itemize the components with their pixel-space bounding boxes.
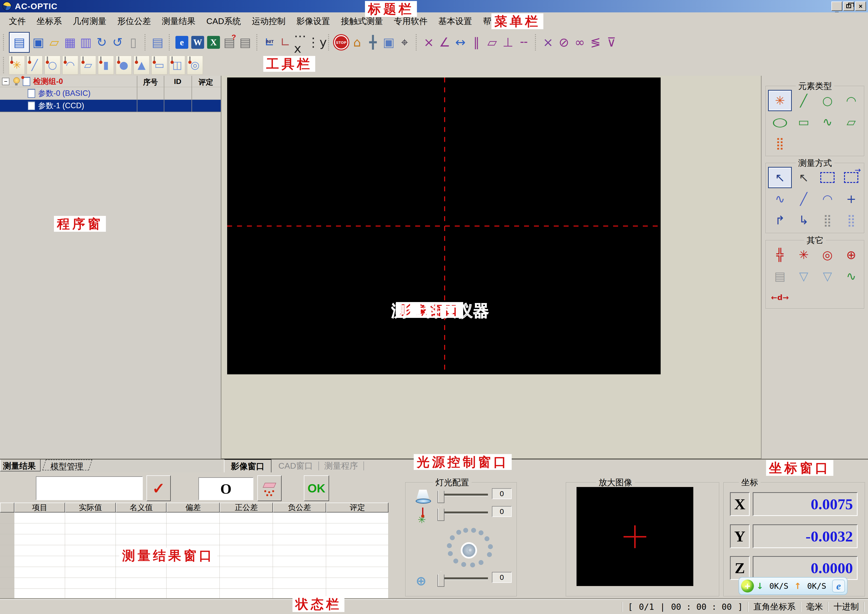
goto-y-axis-icon[interactable]: ⋮y xyxy=(310,33,324,52)
surface-light-slider[interactable] xyxy=(437,488,444,503)
menu-item-5[interactable]: CAD系统 xyxy=(201,14,246,28)
page-setup-icon[interactable]: ▯ xyxy=(126,33,141,52)
probe-rectangle-icon[interactable]: ▭ xyxy=(152,56,167,75)
measure-box-icon[interactable] xyxy=(815,167,839,188)
elem-plane-icon[interactable]: ▱ xyxy=(839,111,863,132)
perpendicular-icon[interactable]: ⊥ xyxy=(501,33,515,52)
probe-point-icon[interactable]: ✳ xyxy=(9,56,25,75)
measure-edge-fall-icon[interactable]: ↳ xyxy=(792,210,815,231)
network-speed-widget[interactable]: + ↓ 0K/S ↑ 0K/S e xyxy=(739,577,848,595)
print-preview-icon[interactable]: ▤? xyxy=(222,33,237,52)
probe-arc-icon[interactable]: ◠ xyxy=(62,56,78,75)
parallel-icon[interactable]: ∥ xyxy=(469,33,484,52)
status-unit[interactable]: 毫米 xyxy=(806,601,823,612)
report-computer-icon[interactable]: ▣ xyxy=(381,33,396,52)
status-coordinate-system[interactable]: 直角坐标系 xyxy=(753,601,795,612)
menu-item-3[interactable]: 形位公差 xyxy=(112,14,157,28)
redo-loop-icon[interactable]: ↻ xyxy=(95,33,109,52)
contour-scan-icon[interactable]: ∿ xyxy=(839,266,863,287)
line-circle-intersect-icon[interactable]: ⊘ xyxy=(557,33,571,52)
probe-plane-icon[interactable]: ▱ xyxy=(80,56,96,75)
elem-line-icon[interactable]: ╱ xyxy=(792,90,815,111)
elem-rectangle-icon[interactable]: ▭ xyxy=(792,111,815,132)
probe-ring-icon[interactable]: ◎ xyxy=(187,56,203,75)
menu-item-6[interactable]: 运动控制 xyxy=(246,14,291,28)
menu-item-7[interactable]: 影像设置 xyxy=(291,14,336,28)
home-axes-icon[interactable]: ∟ xyxy=(278,33,293,52)
init-axes-icon[interactable]: ∟INIT xyxy=(262,33,277,52)
cross-lines-icon[interactable]: × xyxy=(541,33,555,52)
table-row[interactable] xyxy=(0,513,389,523)
ring-light-slider[interactable] xyxy=(437,571,444,587)
tree-item-label[interactable]: 参数-0 (BASIC) xyxy=(38,88,91,98)
table-row[interactable] xyxy=(0,534,389,545)
status-numeral-system[interactable]: 十进制 xyxy=(834,601,859,612)
probe-cylinder-icon[interactable]: ▮ xyxy=(98,56,114,75)
depth-dimension-icon[interactable]: ←d→ xyxy=(768,287,792,308)
menu-item-4[interactable]: 测量结果 xyxy=(157,14,201,28)
focus-line-icon[interactable]: ▽ xyxy=(815,266,839,287)
table-row[interactable] xyxy=(0,523,389,534)
menu-item-0[interactable]: 文件 xyxy=(3,14,31,28)
elem-curve-icon[interactable]: ∿ xyxy=(815,111,839,132)
result-name-input[interactable] xyxy=(36,476,143,500)
table-row[interactable] xyxy=(0,578,389,589)
browser-icon[interactable]: e xyxy=(832,580,845,592)
measure-edge-rise-icon[interactable]: ↱ xyxy=(768,210,792,231)
measure-point-cursor-icon[interactable]: ↖ xyxy=(792,167,815,188)
security-plus-icon[interactable]: + xyxy=(741,580,754,592)
tree-item-label[interactable]: 参数-1 (CCD) xyxy=(38,101,84,111)
measure-cross-point-icon[interactable]: + xyxy=(839,188,863,210)
tab-model-manage[interactable]: 模型管理 xyxy=(42,460,92,470)
point-plane-distance-icon[interactable]: ⊽ xyxy=(604,33,618,52)
elem-circle-icon[interactable]: ○ xyxy=(815,90,839,111)
measure-auto-cursor-icon[interactable]: ↖ xyxy=(768,167,792,188)
grid-cross-icon[interactable]: ╬ xyxy=(768,244,792,266)
print-icon[interactable]: ▤ xyxy=(238,33,253,52)
tree-row-item[interactable]: 参数-0 (BASIC) xyxy=(0,87,221,99)
clear-button[interactable] xyxy=(257,476,282,501)
point-line-distance-icon[interactable]: ╌ xyxy=(517,33,531,52)
probe-sphere-icon[interactable]: ● xyxy=(116,56,132,75)
slider-track[interactable] xyxy=(444,577,488,580)
camera-image[interactable] xyxy=(227,78,661,375)
elem-arc-icon[interactable]: ◠ xyxy=(839,90,863,111)
confirm-button[interactable]: ✓ xyxy=(146,476,171,501)
probe-circle-icon[interactable]: ○ xyxy=(45,56,60,75)
goto-x-axis-icon[interactable]: ⋯x xyxy=(294,33,308,52)
tab-measure-result[interactable]: 测量结果 xyxy=(0,460,40,471)
probe-slot-icon[interactable]: ◫ xyxy=(169,56,185,75)
measure-line-fit-icon[interactable]: ╱ xyxy=(792,188,815,210)
symmetry-plane-icon[interactable]: ▱ xyxy=(485,33,499,52)
slider-track[interactable] xyxy=(444,511,488,514)
probe-tool-icon[interactable]: ⌖ xyxy=(397,33,412,52)
save-icon[interactable]: ▦ xyxy=(63,33,77,52)
table-header-正公差[interactable]: 正公差 xyxy=(220,503,273,513)
excel-export-icon[interactable]: X xyxy=(206,33,221,52)
slider-track[interactable] xyxy=(444,494,488,496)
probe-line-icon[interactable]: ╱ xyxy=(27,56,43,75)
elem-point-grid-icon[interactable]: ⣿ xyxy=(768,132,792,154)
laser-slider[interactable] xyxy=(437,505,444,521)
measure-cluster-blue-icon[interactable]: ⣿ xyxy=(839,210,863,231)
open-program-icon[interactable]: ▤ xyxy=(9,32,30,53)
measure-arc-fit-icon[interactable]: ◠ xyxy=(815,188,839,210)
star-cross-icon[interactable]: ✳ xyxy=(792,244,815,266)
table-header-名义值[interactable]: 名义值 xyxy=(116,503,166,513)
ok-button[interactable]: OK xyxy=(304,476,329,501)
table-header-评定[interactable]: 评定 xyxy=(326,503,389,513)
tree-group-label[interactable]: 检测组-0 xyxy=(33,76,63,87)
word-export-icon[interactable]: W xyxy=(191,33,205,52)
restore-button[interactable] xyxy=(843,2,854,11)
table-header-项目[interactable]: 项目 xyxy=(14,503,65,513)
menu-item-10[interactable]: 基本设置 xyxy=(433,14,477,28)
tab-measure-program[interactable]: 测量程序 xyxy=(319,459,363,473)
circle-circle-intersect-icon[interactable]: ∞ xyxy=(573,33,587,52)
menu-item-2[interactable]: 几何测量 xyxy=(67,14,112,28)
elem-point-icon[interactable]: ✳ xyxy=(768,90,792,111)
tab-cad-window[interactable]: CAD窗口 xyxy=(273,459,318,473)
table-row[interactable] xyxy=(0,567,389,578)
joystick-icon[interactable]: ╋ xyxy=(366,33,380,52)
table-header-rowmark[interactable] xyxy=(0,503,14,513)
ie-export-icon[interactable]: e xyxy=(175,33,189,52)
